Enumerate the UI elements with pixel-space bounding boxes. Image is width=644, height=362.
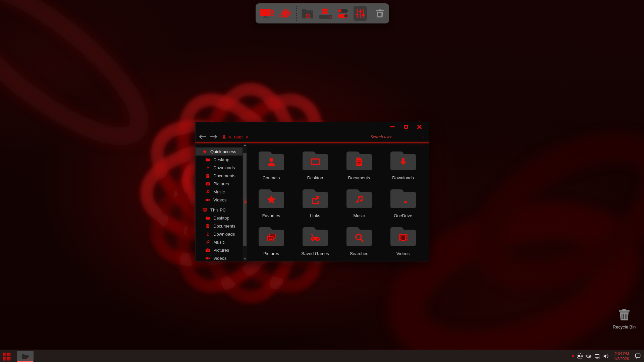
sidebar-item-downloads-pc[interactable]: Downloads (196, 230, 243, 238)
desktop: Recycle Bin user Quick access (0, 0, 644, 362)
music-icon (354, 194, 365, 205)
folder-item-favorites[interactable]: Favorites (249, 187, 293, 218)
folder-label: Links (310, 213, 320, 218)
sidebar-scrollbar[interactable] (243, 143, 247, 261)
desktop-toolbar (256, 3, 389, 23)
scroll-down-icon[interactable] (243, 256, 247, 261)
sidebar-label: Desktop (213, 216, 229, 221)
toolbar-separator (296, 6, 297, 21)
recycle-bin-label: Recycle Bin (606, 324, 643, 329)
folder-icon (21, 353, 29, 361)
clock-date: 1/2/2026 (614, 356, 629, 361)
globe-orbit-icon[interactable] (278, 6, 292, 21)
search-box[interactable] (371, 131, 426, 142)
system-tray: 2:34 PM 1/2/2026 (572, 350, 641, 362)
start-button[interactable] (2, 352, 11, 361)
volume-icon[interactable] (603, 353, 609, 359)
folder-grid: Contacts Desktop Documents Downloads (249, 149, 425, 256)
breadcrumb-separator-icon (246, 136, 248, 138)
minimize-button[interactable] (390, 126, 395, 127)
sidebar-item-desktop-pc[interactable]: Desktop (196, 214, 243, 222)
battery-charging-icon[interactable] (585, 353, 592, 359)
pictures-icon (266, 232, 277, 243)
video-icon (205, 256, 210, 261)
notification-center-icon[interactable] (634, 353, 641, 360)
sidebar-label: Downloads (213, 165, 235, 170)
taskbar: 2:34 PM 1/2/2026 (0, 350, 644, 362)
sidebar-item-desktop[interactable]: Desktop (196, 156, 243, 164)
folder-item-documents[interactable]: Documents (337, 149, 381, 180)
back-icon[interactable] (198, 134, 207, 139)
video-icon (205, 197, 210, 202)
recycle-bin-icon (617, 308, 631, 322)
sidebar-item-pictures[interactable]: Pictures (196, 180, 243, 188)
tray-overflow-icon[interactable] (572, 355, 574, 357)
sidebar-item-videos-pc[interactable]: Videos (196, 254, 243, 262)
star-icon (202, 149, 207, 154)
scroll-up-icon[interactable] (243, 143, 247, 148)
folder-item-downloads[interactable]: Downloads (381, 149, 425, 180)
folder-item-links[interactable]: Links (293, 187, 337, 218)
navigation-bar: user (196, 131, 429, 142)
sidebar-item-documents-pc[interactable]: Documents (196, 222, 243, 230)
trash-icon[interactable] (375, 7, 385, 19)
sliders-icon[interactable] (354, 6, 367, 21)
sidebar-item-pictures-pc[interactable]: Pictures (196, 246, 243, 254)
folder-item-saved-games[interactable]: Saved Games (293, 225, 337, 256)
sidebar-item-music-pc[interactable]: Music (196, 238, 243, 246)
sidebar-label: Pictures (213, 248, 229, 253)
sidebar-label: Videos (213, 197, 227, 202)
folder-item-music[interactable]: Music (337, 187, 381, 218)
search-icon (354, 232, 365, 243)
clock[interactable]: 2:34 PM 1/2/2026 (614, 351, 629, 361)
contacts-icon (266, 157, 277, 167)
network-icon[interactable] (594, 353, 600, 359)
toggles-icon[interactable] (336, 7, 350, 20)
folder-label: Desktop (307, 175, 323, 180)
meet-now-icon[interactable] (577, 353, 583, 359)
download-icon (205, 232, 210, 237)
folder-bank-icon[interactable] (301, 7, 315, 20)
document-icon (205, 173, 210, 178)
folder-item-searches[interactable]: Searches (337, 225, 381, 256)
forward-icon[interactable] (209, 134, 218, 139)
download-icon (205, 165, 210, 170)
sidebar-item-music[interactable]: Music (196, 188, 243, 196)
folder-item-desktop[interactable]: Desktop (293, 149, 337, 180)
title-bar[interactable] (196, 122, 429, 131)
sidebar-item-downloads[interactable]: Downloads (196, 164, 243, 172)
folder-label: Searches (350, 251, 368, 256)
breadcrumb-location[interactable]: user (234, 134, 243, 139)
sidebar-label: Pictures (213, 181, 229, 186)
folder-label: Videos (396, 251, 410, 256)
explorer-window: user Quick access Desktop Downloads (195, 122, 429, 261)
navigation-pane: Quick access Desktop Downloads Documents… (196, 143, 243, 261)
recycle-bin[interactable]: Recycle Bin (606, 308, 643, 329)
close-icon (417, 125, 422, 129)
folder-label: Downloads (392, 175, 414, 180)
breadcrumb[interactable]: user (222, 131, 248, 142)
sidebar-item-documents[interactable]: Documents (196, 172, 243, 180)
user-icon (222, 134, 226, 139)
display-alert-icon[interactable] (260, 6, 275, 20)
file-explorer-task-button[interactable] (17, 351, 34, 362)
close-button[interactable] (417, 125, 422, 129)
folder-item-pictures[interactable]: Pictures (249, 225, 293, 256)
maximize-button[interactable] (404, 125, 408, 129)
folder-icon (205, 157, 210, 162)
folder-item-onedrive[interactable]: OneDrive (381, 187, 425, 218)
sidebar-item-videos[interactable]: Videos (196, 196, 243, 204)
downloads-icon (398, 157, 409, 167)
scrollbar-thumb[interactable] (243, 153, 247, 246)
search-input[interactable] (371, 134, 426, 139)
folder-item-contacts[interactable]: Contacts (249, 149, 293, 180)
folder-item-videos[interactable]: Videos (381, 225, 425, 256)
music-icon (205, 240, 210, 245)
folder-label: Music (354, 213, 365, 218)
system-drive-icon[interactable] (319, 7, 333, 20)
sidebar-item-this-pc[interactable]: This PC (196, 206, 243, 214)
folder-icon (205, 216, 210, 221)
sidebar-label: This PC (210, 207, 226, 213)
camera-icon (205, 181, 210, 186)
sidebar-item-quick-access[interactable]: Quick access (196, 147, 243, 156)
